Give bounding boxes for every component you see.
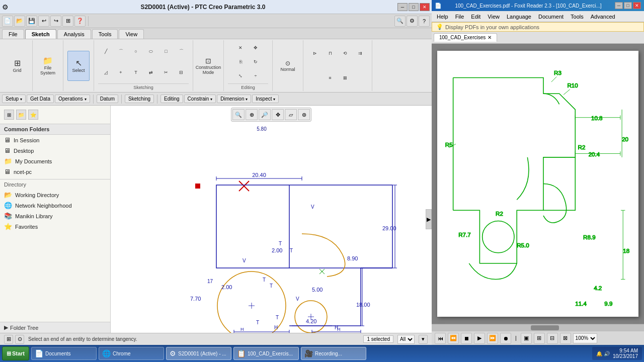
fillet-button[interactable]: ⌒ [174,45,188,58]
pdf-tab-1[interactable]: 100_CAD_Exercises ✕ [434,33,497,42]
ellipse-button[interactable]: ⬭ [144,45,158,58]
sidebar-item-network[interactable]: 🌐 Network Neighborhood [0,200,110,211]
datum-btn[interactable]: Datum [97,95,118,103]
trim-button[interactable]: ✂ [159,66,173,79]
construction-button[interactable]: ⊡ Construction Mode [197,51,219,81]
pdf-view2-btn[interactable]: ⊞ [534,333,545,344]
pdf-prev-btn[interactable]: ⏮ [435,333,446,344]
editing-btn[interactable]: Editing [160,95,183,103]
pdf-stop-btn[interactable]: ⏹ [461,333,472,344]
ref-button[interactable]: ⟲ [338,47,352,60]
taskbar-item-pdf[interactable]: 📋 100_CAD_Exercis... [233,347,299,360]
project-button[interactable]: ⊳ [308,47,322,60]
sidebar-icon-1[interactable]: ⊞ [4,110,14,120]
pdf-menu-help[interactable]: Help [434,13,451,21]
pdf-menu-edit[interactable]: Edit [468,13,484,21]
quick-btn-save[interactable]: 💾 [26,16,37,27]
text-button[interactable]: T [129,66,143,79]
status-down-btn[interactable]: ▾ [419,335,428,344]
zoom-fit-btn[interactable]: ⊕ [246,109,258,120]
quick-btn-new[interactable]: 📄 [2,16,13,27]
sidebar-item-favorites[interactable]: ⭐ Favorites [0,221,110,232]
dimension-btn[interactable]: Dimension ▾ [217,95,251,103]
canvas-area[interactable]: 🔍 ⊕ 🔎 ✥ ▱ ⊛ 5.80 [111,106,432,333]
status-icon-2[interactable]: ⊙ [15,335,24,344]
operations-btn[interactable]: Operations ▾ [55,95,90,103]
pdf-menu-advanced[interactable]: Advanced [588,13,618,21]
taskbar-item-chrome[interactable]: 🌐 Chrome [99,347,164,360]
circle-button[interactable]: ○ [129,45,143,58]
taskbar-item-creo[interactable]: ⚙ S2D0001 (Active) - ... [166,347,231,360]
help-button[interactable]: ? [419,16,430,27]
normal-button[interactable]: ⊙ Normal [277,51,299,81]
inspect-btn[interactable]: Inspect ▾ [252,95,279,103]
pdf-menu-language[interactable]: Language [504,13,534,21]
filter-select[interactable]: All [397,335,415,344]
sidebar-item-mydocs[interactable]: 📁 My Documents [0,156,110,166]
pdf-scroll-thumb[interactable] [531,325,559,330]
sidebar-icon-3[interactable]: ⭐ [28,110,38,120]
constrain-btn[interactable]: Constrain ▾ [184,95,216,103]
close-button[interactable]: ✕ [420,3,430,11]
tab-view[interactable]: View [119,29,144,39]
chamfer-button[interactable]: ◿ [99,66,113,79]
offset-button[interactable]: ⇄ [144,66,158,79]
pdf-menu-file[interactable]: File [452,13,467,21]
setup-btn[interactable]: Setup ▾ [2,95,26,103]
taskbar-item-documents[interactable]: 📄 Documents [31,347,97,360]
close2-button[interactable]: ⊠ [338,71,352,84]
delete-button[interactable]: ✕ [233,41,248,54]
pdf-scrollbar-horizontal[interactable] [432,324,644,331]
pdf-restore-btn[interactable]: □ [624,2,632,9]
pdf-content[interactable]: R3 R10 R5 R2 R8.9 [432,44,644,324]
pdf-back-btn[interactable]: ⏪ [448,333,459,344]
pdf-view3-btn[interactable]: ⊟ [547,333,558,344]
select-button[interactable]: ↖ Select [67,51,90,81]
status-icon-1[interactable]: ⊞ [4,335,13,344]
divide-button[interactable]: ÷ [249,69,263,82]
sketching-btn[interactable]: Sketching [125,95,154,103]
thicken-button[interactable]: ≡ [323,71,337,84]
pdf-view1-btn[interactable]: ▣ [521,333,532,344]
pdf-close-btn[interactable]: ✕ [633,2,641,9]
scale-button[interactable]: ⤡ [233,69,248,82]
sidebar-item-manikin[interactable]: 📚 Manikin Library [0,211,110,221]
tab-file[interactable]: File [2,29,24,39]
search-button[interactable]: 🔍 [394,16,406,27]
restore-button[interactable]: □ [409,3,419,11]
move-button[interactable]: ✥ [249,41,263,54]
pdf-menu-tools[interactable]: Tools [568,13,587,21]
line-button[interactable]: ╱ [99,45,113,58]
sidebar-item-desktop[interactable]: 🖥 Desktop [0,145,110,156]
pan-btn[interactable]: ✥ [272,109,284,120]
zoom-in-btn[interactable]: 🔍 [232,109,245,120]
panel-collapse-btn[interactable]: ▶ [426,209,432,229]
pdf-record-btn[interactable]: ⏺ [500,333,511,344]
mirror-button[interactable]: ⊟ [174,66,188,79]
pdf-next-btn[interactable]: ⏩ [487,333,498,344]
minimize-button[interactable]: ─ [397,3,408,11]
view-btn[interactable]: ▱ [285,109,297,120]
sidebar-item-workingdir[interactable]: 📂 Working Directory [0,190,110,200]
rect-button[interactable]: □ [159,45,173,58]
sidebar-item-insession[interactable]: 🖥 In Session [0,135,110,145]
tab-sketch[interactable]: Sketch [25,29,56,39]
offset2-button[interactable]: ⇉ [353,47,367,60]
sidebar-item-ncet[interactable]: 🖥 ncet-pc [0,166,110,177]
zoom-out-btn[interactable]: 🔎 [259,109,271,120]
copy-button[interactable]: ⎘ [233,55,248,68]
quick-btn-open[interactable]: 📂 [14,16,25,27]
extra-btn[interactable]: ⊛ [298,109,310,120]
folder-tree-btn[interactable]: ▶ Folder Tree [0,322,110,333]
sidebar-icon-2[interactable]: 📁 [16,110,26,120]
quick-btn-help[interactable]: ❓ [74,16,86,27]
arc-button[interactable]: ⌒ [114,45,128,58]
taskbar-item-recording[interactable]: 🎥 Recording... [301,347,366,360]
pdf-view4-btn[interactable]: ⊠ [560,333,571,344]
quick-btn-undo[interactable]: ↩ [38,16,49,27]
pdf-tab-close[interactable]: ✕ [488,35,492,40]
start-button[interactable]: ⊞ Start [2,346,29,360]
rotate-button[interactable]: ↻ [249,55,263,68]
filesystem-button[interactable]: 📁 File System [37,51,59,81]
pdf-minimize-btn[interactable]: ─ [615,2,623,9]
